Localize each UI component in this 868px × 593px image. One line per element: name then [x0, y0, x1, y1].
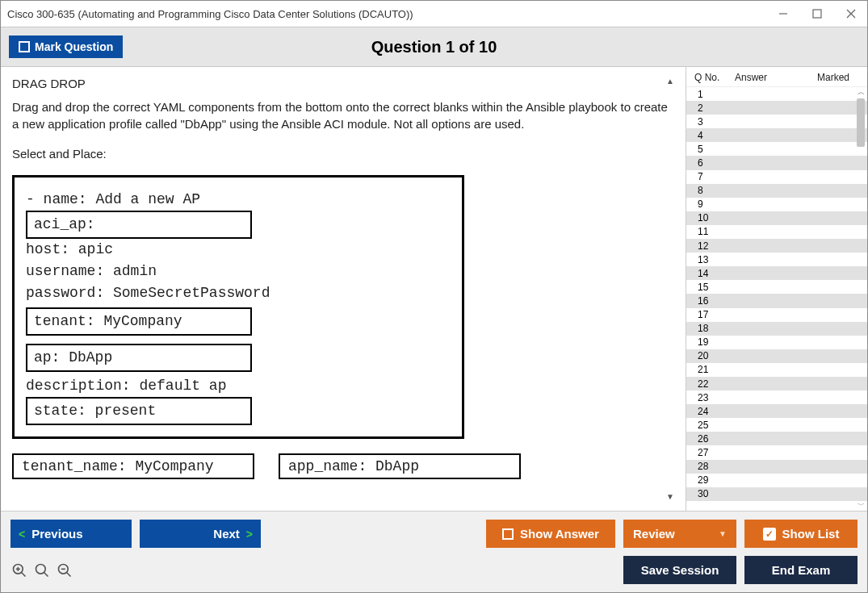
svg-point-8	[36, 564, 46, 574]
next-button[interactable]: Next >	[140, 520, 261, 548]
previous-label: Previous	[31, 527, 82, 541]
zoom-in-icon[interactable]	[10, 562, 28, 579]
question-list-row[interactable]: 25	[686, 418, 867, 432]
question-content: ▲ ▼ DRAG DROP Drag and drop the correct …	[1, 67, 686, 511]
close-icon[interactable]	[841, 4, 861, 23]
question-list-row[interactable]: 3	[686, 115, 867, 128]
toolbar: Mark Question Question 1 of 10	[1, 27, 867, 67]
mark-question-button[interactable]: Mark Question	[9, 35, 123, 58]
question-list-row[interactable]: 4	[686, 128, 867, 142]
svg-line-5	[22, 572, 26, 576]
question-list-row[interactable]: 17	[686, 308, 867, 322]
drop-target-tenant[interactable]: tenant: MyCompany	[26, 307, 252, 336]
question-list-row[interactable]: 6	[686, 156, 867, 169]
drag-source-row: tenant_name: MyCompany app_name: DbApp	[12, 453, 674, 479]
question-list-row[interactable]: 11	[686, 225, 867, 239]
window-title: Cisco 300-635 (Automating and Programmin…	[7, 6, 413, 22]
minimize-icon[interactable]	[774, 4, 793, 23]
drop-target-state[interactable]: state: present	[26, 397, 252, 425]
drag-item-app-name[interactable]: app_name: DbApp	[279, 453, 521, 479]
question-list-row[interactable]: 12	[686, 239, 867, 253]
question-list-panel: Q No. Answer Marked ︿ ﹀ 1234567891011121…	[686, 67, 867, 511]
header-marked: Marked	[799, 72, 864, 83]
question-list-row[interactable]: 27	[686, 445, 867, 459]
question-list-row[interactable]: 14	[686, 266, 867, 280]
save-session-button[interactable]: Save Session	[623, 556, 736, 584]
save-session-label: Save Session	[641, 563, 719, 577]
question-list-row[interactable]: 7	[686, 170, 867, 184]
question-list-row[interactable]: 24	[686, 404, 867, 418]
question-list-row[interactable]: 29	[686, 474, 867, 487]
app-window: Cisco 300-635 (Automating and Programmin…	[0, 0, 868, 593]
select-place-label: Select and Place:	[12, 147, 674, 161]
question-list-row[interactable]: 22	[686, 377, 867, 390]
question-list-row[interactable]: 28	[686, 460, 867, 474]
code-line: description: default ap	[16, 375, 460, 397]
next-label: Next	[213, 527, 240, 541]
scroll-down-icon[interactable]: ▼	[665, 492, 676, 501]
end-exam-button[interactable]: End Exam	[744, 556, 858, 584]
show-list-label: Show List	[782, 527, 840, 541]
header-qno: Q No.	[694, 72, 735, 83]
code-line: password: SomeSecretPassword	[16, 282, 460, 304]
code-line: username: admin	[16, 261, 460, 282]
playbook-codebox: - name: Add a new AP aci_ap: host: apic …	[12, 175, 464, 439]
question-list-row[interactable]: 15	[686, 280, 867, 294]
review-button[interactable]: Review ▼	[623, 520, 736, 548]
drag-item-tenant-name[interactable]: tenant_name: MyCompany	[12, 453, 254, 479]
zoom-out-icon[interactable]	[56, 562, 73, 579]
previous-button[interactable]: < Previous	[10, 520, 132, 548]
zoom-reset-icon[interactable]	[33, 562, 51, 579]
question-list-row[interactable]: 23	[686, 390, 867, 404]
question-list-row[interactable]: 21	[686, 363, 867, 377]
question-list-row[interactable]: 18	[686, 322, 867, 336]
header-answer: Answer	[735, 72, 799, 83]
checkbox-icon	[19, 41, 30, 52]
footer-row-1: < Previous Next > Show Answer Review ▼ ✓…	[1, 511, 867, 556]
question-list-row[interactable]: 10	[686, 211, 867, 225]
code-line: host: apic	[16, 239, 460, 261]
scroll-up-icon[interactable]: ︿	[856, 87, 866, 98]
review-label: Review	[633, 527, 675, 541]
chevron-left-icon: <	[19, 528, 25, 541]
titlebar: Cisco 300-635 (Automating and Programmin…	[1, 1, 867, 27]
checkbox-icon	[502, 528, 514, 540]
zoom-controls	[10, 562, 73, 579]
drop-target-module[interactable]: aci_ap:	[26, 211, 252, 239]
question-list-row[interactable]: 8	[686, 184, 867, 198]
question-list-row[interactable]: 5	[686, 142, 867, 156]
code-line: - name: Add a new AP	[16, 189, 460, 211]
check-icon: ✓	[763, 528, 776, 541]
question-type-label: DRAG DROP	[12, 77, 674, 90]
main-area: ▲ ▼ DRAG DROP Drag and drop the correct …	[1, 67, 867, 511]
question-list-header: Q No. Answer Marked	[686, 67, 867, 86]
svg-line-9	[44, 572, 48, 576]
scroll-thumb[interactable]	[857, 98, 865, 147]
end-exam-label: End Exam	[772, 563, 831, 577]
svg-rect-1	[813, 10, 821, 18]
show-list-button[interactable]: ✓ Show List	[744, 520, 858, 548]
mark-question-label: Mark Question	[35, 40, 113, 53]
question-list-row[interactable]: 1	[686, 87, 867, 101]
chevron-down-icon: ▼	[719, 529, 727, 538]
question-list-row[interactable]: 20	[686, 349, 867, 363]
question-list-scrollbar[interactable]: ︿ ﹀	[856, 87, 866, 511]
question-list-row[interactable]: 2	[686, 101, 867, 115]
show-answer-label: Show Answer	[520, 527, 599, 541]
question-list-row[interactable]: 30	[686, 487, 867, 501]
drop-target-ap[interactable]: ap: DbApp	[26, 344, 252, 372]
scroll-down-icon[interactable]: ﹀	[856, 500, 866, 511]
svg-line-11	[67, 572, 71, 576]
question-list-row[interactable]: 13	[686, 253, 867, 266]
question-header: Question 1 of 10	[1, 38, 867, 56]
question-instructions: Drag and drop the correct YAML component…	[12, 98, 674, 132]
question-list[interactable]: ︿ ﹀ 123456789101112131415161718192021222…	[686, 86, 867, 511]
chevron-right-icon: >	[246, 528, 253, 541]
question-list-row[interactable]: 26	[686, 432, 867, 445]
question-list-row[interactable]: 9	[686, 198, 867, 211]
maximize-icon[interactable]	[807, 4, 827, 23]
show-answer-button[interactable]: Show Answer	[486, 520, 615, 548]
scroll-up-icon[interactable]: ▲	[665, 77, 676, 86]
question-list-row[interactable]: 19	[686, 336, 867, 349]
question-list-row[interactable]: 16	[686, 294, 867, 307]
